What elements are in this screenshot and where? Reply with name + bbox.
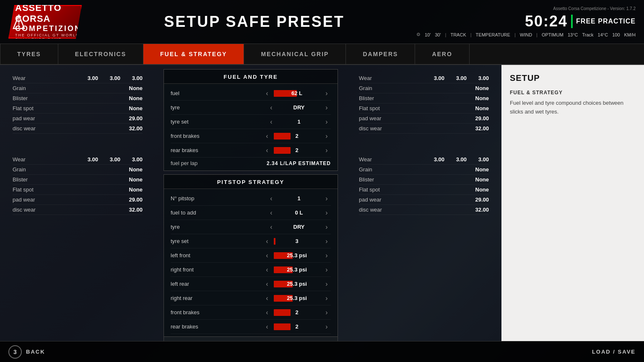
back-circle: 3	[8, 345, 22, 359]
left-bot-wear-row: Wear 3.00 3.00 3.00	[13, 155, 143, 165]
tab-fuel-strategy[interactable]: FUEL & STRATEGY	[143, 44, 244, 64]
pit-rear-brakes-decrease[interactable]: ‹	[263, 323, 271, 330]
interval-30: 30'	[435, 32, 441, 37]
rear-brakes-value: 2	[274, 147, 320, 153]
session-type: FREE PRACTICE	[576, 18, 636, 25]
front-brakes-increase[interactable]: ›	[322, 133, 331, 140]
right-top-flatspot-row: Flat spot None	[359, 103, 489, 114]
pitstop-tyre-value: DRY	[278, 224, 320, 230]
logo: ASSETTO CORSA COMPETIZIONE THE OFFICIAL …	[8, 5, 82, 39]
right-front-increase[interactable]: ›	[322, 266, 331, 273]
pit-rear-brakes-increase[interactable]: ›	[322, 323, 331, 330]
right-front-row: right front ‹ 25.3 psi ›	[171, 263, 331, 277]
tyre-set-control: ‹ 1 ›	[267, 119, 331, 125]
left-top-flatspot-label: Flat spot	[13, 105, 124, 111]
left-front-increase[interactable]: ›	[322, 252, 331, 259]
tyre-compound-increase[interactable]: ›	[322, 104, 331, 111]
left-front-decrease[interactable]: ‹	[263, 252, 271, 259]
left-top-discwear-value: 32.00	[124, 125, 143, 132]
n-pitstop-label: N° pitstop	[171, 195, 267, 202]
left-top-padwear-row: pad wear 29.00	[13, 114, 143, 124]
info-description: Fuel level and tyre compound choices bet…	[510, 99, 636, 116]
left-rear-value: 25.3 psi	[274, 281, 320, 287]
tab-tyres[interactable]: TYRES	[0, 44, 58, 64]
left-bottom-tyre-section: Wear 3.00 3.00 3.00 Grain None Blister N…	[13, 155, 143, 215]
right-bot-blister-row: Blister None	[359, 175, 489, 185]
tyre-compound-value: DRY	[278, 104, 320, 111]
use-current-pressures-button[interactable]: USE CURRENT PRESSURES	[164, 336, 338, 341]
rear-brakes-row: rear brakes ‹ 2 ›	[171, 143, 331, 158]
tyre-set-row: tyre set ‹ 1 ›	[171, 115, 331, 129]
front-brakes-row: front brakes ‹ 2 ›	[171, 129, 331, 143]
tyre-set-decrease[interactable]: ‹	[267, 119, 275, 125]
wind-unit: KM/H	[624, 32, 636, 37]
tab-aero[interactable]: AERO	[415, 44, 469, 64]
left-top-padwear-label: pad wear	[13, 115, 124, 122]
left-rear-increase[interactable]: ›	[322, 281, 331, 287]
tab-electronics[interactable]: ELECTRONICS	[58, 44, 143, 64]
timer-divider	[571, 15, 573, 28]
tyre-set-increase[interactable]: ›	[322, 119, 331, 125]
fuel-increase[interactable]: ›	[322, 90, 331, 97]
pit-front-brakes-decrease[interactable]: ‹	[263, 309, 271, 316]
right-rear-increase[interactable]: ›	[322, 295, 331, 302]
pitstop-tyreset-increase[interactable]: ›	[322, 238, 331, 245]
back-label: BACK	[26, 349, 45, 355]
optimum-label: OPTIMUM	[542, 32, 564, 37]
right-rear-decrease[interactable]: ‹	[263, 295, 271, 302]
load-save-button[interactable]: LOAD / SAVE	[592, 349, 636, 355]
tyre-compound-label: tyre	[171, 104, 267, 111]
pit-rear-brakes-bar	[274, 323, 291, 330]
pitstop-tyre-decrease[interactable]: ‹	[267, 224, 275, 230]
fuel-decrease[interactable]: ‹	[263, 90, 271, 97]
left-top-grain-label: Grain	[13, 85, 124, 91]
front-brakes-decrease[interactable]: ‹	[263, 133, 271, 140]
fuel-per-lap-row: fuel per lap 2.34 L/LAP ESTIMATED	[171, 158, 331, 168]
rear-brakes-decrease[interactable]: ‹	[263, 147, 271, 154]
right-bot-grain-row: Grain None	[359, 165, 489, 175]
fuel-add-decrease[interactable]: ‹	[267, 209, 275, 216]
tyre-compound-decrease[interactable]: ‹	[267, 104, 275, 111]
left-bot-discwear-row: disc wear 32.00	[13, 205, 143, 215]
pitstop-tyre-label: tyre	[171, 224, 267, 230]
left-rear-row: left rear ‹ 25.3 psi ›	[171, 277, 331, 291]
title-area: SETUP Safe preset	[92, 13, 416, 31]
interval-10: 10'	[425, 32, 431, 37]
left-top-grain-value: None	[124, 85, 143, 91]
back-button[interactable]: 3 BACK	[8, 345, 45, 359]
front-brakes-control: ‹ 2 ›	[263, 133, 331, 140]
logo-text2: COMPETIZIONE	[15, 24, 88, 33]
fuel-add-row: fuel to add ‹ 0 L ›	[171, 206, 331, 220]
n-pitstop-increase[interactable]: ›	[322, 195, 331, 202]
left-top-blister-value: None	[124, 95, 143, 101]
left-bot-blister-row: Blister None	[13, 175, 143, 185]
right-front-decrease[interactable]: ‹	[263, 266, 271, 273]
bottom-bar: 3 BACK LOAD / SAVE	[0, 341, 644, 362]
tab-dampers[interactable]: DAMPERS	[346, 44, 415, 64]
wind-label: WIND	[520, 32, 532, 37]
rear-brakes-increase[interactable]: ›	[322, 147, 331, 154]
left-front-value: 25.3 psi	[274, 252, 320, 259]
top-bar: ASSETTO CORSA COMPETIZIONE THE OFFICIAL …	[0, 0, 644, 44]
timer-area: 50:24 FREE PRACTICE	[525, 13, 636, 30]
fuel-add-increase[interactable]: ›	[322, 209, 331, 216]
n-pitstop-decrease[interactable]: ‹	[267, 195, 275, 202]
pitstop-tyreset-decrease[interactable]: ‹	[263, 238, 271, 245]
right-top-blister-row: Blister None	[359, 93, 489, 103]
pitstop-content: N° pitstop ‹ 1 › fuel to add ‹ 0 L ›	[164, 189, 338, 336]
left-rear-decrease[interactable]: ‹	[263, 281, 271, 287]
right-tyre-column: Wear 3.00 3.00 3.00 Grain None Blister N…	[346, 65, 501, 341]
left-tyre-column: Wear 3.00 3.00 3.00 Grain None Blister N…	[0, 65, 155, 341]
tab-mechanical-grip[interactable]: MECHANICAL GRIP	[244, 44, 346, 64]
info-panel-title: SETUP	[510, 73, 636, 83]
front-brakes-value: 2	[274, 133, 320, 139]
pit-front-brakes-label: front brakes	[171, 309, 263, 315]
pit-front-brakes-row: front brakes ‹ 2 ›	[171, 305, 331, 320]
pit-front-brakes-increase[interactable]: ›	[322, 309, 331, 316]
page-title: SETUP Safe preset	[92, 13, 416, 31]
pitstop-tyre-increase[interactable]: ›	[322, 224, 331, 230]
logo-text1: ASSETTO CORSA	[15, 3, 88, 24]
front-brakes-label: front brakes	[171, 133, 263, 139]
right-bot-flatspot-row: Flat spot None	[359, 185, 489, 195]
rear-brakes-control: ‹ 2 ›	[263, 147, 331, 154]
